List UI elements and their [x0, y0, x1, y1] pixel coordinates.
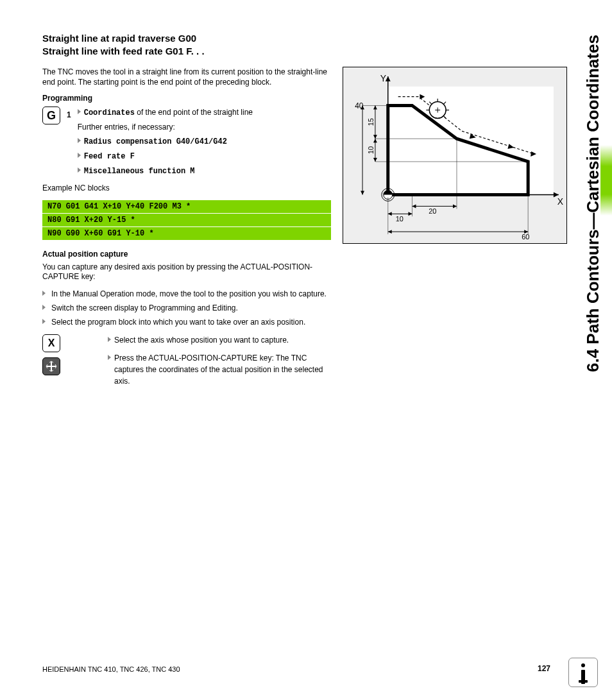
page-title: Straight line at rapid traverse G00 Stra… — [42, 32, 331, 57]
select-axis-step: Select the axis whose position you want … — [108, 334, 331, 346]
svg-text:X: X — [557, 196, 563, 207]
soft-key-g: G — [42, 107, 60, 124]
svg-text:20: 20 — [429, 207, 436, 215]
nc-block-list: N70 G01 G41 X+10 Y+40 F200 M3 * N80 G91 … — [42, 200, 331, 241]
path-diagram: Y X — [343, 67, 567, 244]
page-number: 127 — [538, 664, 550, 673]
svg-marker-44 — [453, 204, 457, 208]
svg-marker-24 — [361, 191, 364, 195]
soft-key-g-number: 1 — [67, 107, 71, 119]
nc-block: N70 G01 G41 X+10 Y+40 F200 M3 * — [42, 200, 331, 214]
svg-text:40: 40 — [355, 101, 364, 110]
svg-text:10: 10 — [367, 146, 375, 154]
svg-text:Y: Y — [380, 73, 386, 83]
list-item: In the Manual Operation mode, move the t… — [42, 289, 331, 299]
svg-text:10: 10 — [396, 215, 404, 223]
info-icon — [568, 658, 598, 687]
bullet-icon — [78, 167, 81, 173]
svg-marker-38 — [388, 212, 392, 216]
intro-paragraph: The TNC moves the tool in a straight lin… — [42, 67, 331, 87]
svg-marker-43 — [412, 204, 416, 208]
capture-steps: In the Manual Operation mode, move the t… — [42, 289, 331, 328]
actual-position-capture-key-icon — [42, 357, 60, 375]
prog-coordinates: Coordinates of the end point of the stra… — [78, 107, 331, 119]
svg-marker-32 — [373, 158, 377, 162]
actual-capture-intro: You can capture any desired axis positio… — [42, 262, 331, 282]
prog-misc: Miscellaneous function M — [78, 165, 331, 177]
svg-text:60: 60 — [522, 233, 529, 241]
svg-text:15: 15 — [367, 118, 375, 126]
prog-feed: Feed rate F — [78, 150, 331, 162]
svg-marker-31 — [373, 139, 377, 142]
programming-heading: Programming — [42, 94, 331, 103]
prog-further: Further entries, if necessary: — [78, 121, 331, 133]
svg-marker-28 — [373, 135, 377, 139]
list-item: Switch the screen display to Programming… — [42, 303, 331, 313]
list-item: Select the program block into which you … — [42, 317, 331, 327]
soft-key-x: X — [42, 334, 60, 352]
svg-marker-48 — [388, 230, 392, 234]
example-label: Example NC blocks — [42, 184, 331, 194]
nc-block: N80 G91 X+20 Y-15 * — [42, 214, 331, 227]
svg-marker-27 — [373, 106, 377, 110]
bullet-icon — [78, 109, 81, 114]
nc-block: N90 G90 X+60 G91 Y-10 * — [42, 227, 331, 241]
footer-text: HEIDENHAIN TNC 410, TNC 426, TNC 430 — [42, 665, 180, 673]
actual-capture-heading: Actual position capture — [42, 250, 331, 259]
bullet-icon — [78, 153, 81, 158]
prog-radius: Radius compensation G40/G41/G42 — [78, 135, 331, 148]
section-side-label: 6.4 Path Contours—Cartesian Coordinates — [583, 26, 603, 372]
bullet-icon — [78, 138, 81, 143]
press-capture-step: Press the ACTUAL-POSITION-CAPTURE key: T… — [108, 352, 331, 387]
svg-marker-39 — [409, 212, 412, 216]
